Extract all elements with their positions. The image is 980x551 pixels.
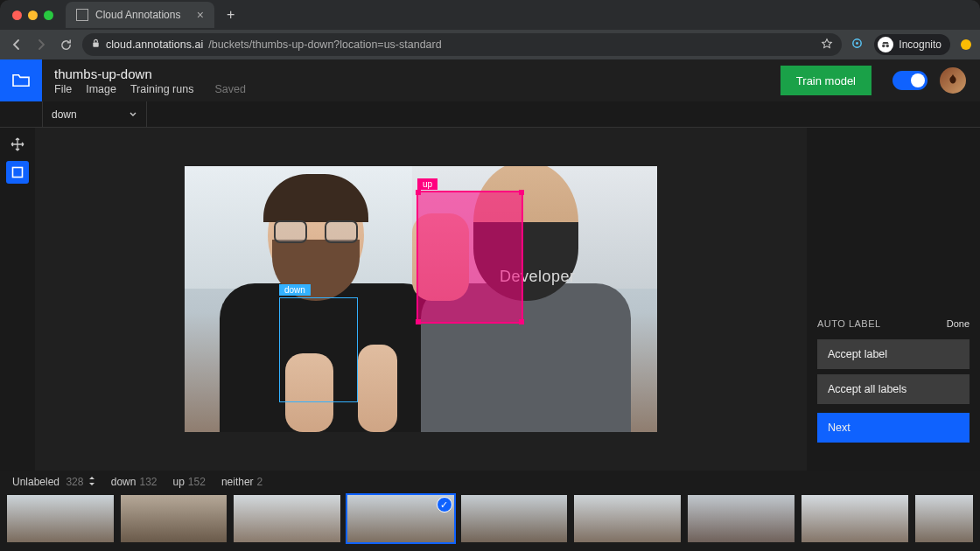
address-row: cloud.annotations.ai/buckets/thumbs-up-d… — [0, 30, 980, 59]
svg-point-2 — [856, 42, 858, 45]
extension-icon[interactable] — [850, 37, 864, 52]
user-avatar[interactable] — [940, 67, 966, 94]
bbox-down[interactable]: down — [279, 297, 358, 402]
profile-avatar-icon[interactable] — [961, 39, 971, 50]
minimize-window-icon[interactable] — [28, 10, 38, 20]
thumbnail[interactable] — [574, 495, 681, 542]
back-button[interactable] — [9, 38, 24, 52]
tab-favicon-icon — [76, 9, 88, 21]
filter-up[interactable]: up152 — [172, 476, 205, 488]
tab-bar: Cloud Annotations × + — [0, 0, 980, 30]
sort-icon — [88, 476, 95, 488]
close-tab-icon[interactable]: × — [197, 8, 204, 22]
next-button[interactable]: Next — [817, 413, 970, 443]
thumbnail[interactable] — [802, 495, 908, 542]
incognito-icon — [878, 37, 893, 52]
autolabel-panel: AUTO LABEL Done Accept label Accept all … — [807, 128, 980, 471]
label-row: down — [0, 101, 980, 128]
tool-rail — [0, 128, 35, 471]
reload-button[interactable] — [58, 38, 74, 52]
box-tool[interactable] — [6, 161, 29, 184]
autolabel-toggle[interactable] — [892, 71, 928, 90]
chevron-down-icon — [129, 108, 137, 121]
bbox-up-label: up — [417, 178, 438, 190]
menu-image[interactable]: Image — [86, 83, 116, 95]
menu-file[interactable]: File — [54, 83, 72, 95]
footer: Unlabeled 328 down132 up152 neither2 ✓ — [0, 471, 980, 551]
browser-tab[interactable]: Cloud Annotations × — [66, 2, 214, 28]
filter-row: Unlabeled 328 down132 up152 neither2 — [0, 471, 980, 493]
bbox-up[interactable]: up — [416, 191, 523, 324]
browser-chrome: Cloud Annotations × + cloud.annotations.… — [0, 0, 980, 59]
url-host: cloud.annotations.ai — [106, 38, 203, 51]
tab-title: Cloud Annotations — [95, 9, 180, 21]
thumbnail[interactable] — [7, 495, 114, 542]
label-dropdown[interactable]: down — [42, 101, 147, 128]
thumbnail[interactable] — [915, 495, 974, 542]
thumbnail-strip[interactable]: ✓ — [0, 493, 980, 544]
bookmark-star-icon[interactable] — [821, 38, 833, 52]
check-icon: ✓ — [437, 497, 452, 513]
app-header: thumbs-up-down File Image Training runs … — [0, 59, 980, 101]
autolabel-status: Done — [947, 318, 970, 329]
url-path: /buckets/thumbs-up-down?location=us-stan… — [208, 38, 441, 51]
page-title: thumbs-up-down — [54, 66, 246, 81]
svg-rect-5 — [13, 168, 23, 178]
thumbnail-selected[interactable]: ✓ — [347, 495, 454, 542]
window-controls — [7, 10, 59, 20]
save-status: Saved — [214, 83, 245, 95]
svg-point-3 — [882, 45, 885, 47]
move-tool[interactable] — [6, 133, 29, 156]
canvas[interactable]: Developer down up — [35, 128, 807, 471]
close-window-icon[interactable] — [12, 10, 22, 20]
bbox-down-label: down — [279, 284, 311, 296]
new-tab-button[interactable]: + — [221, 7, 240, 23]
image-preview: Developer down up — [185, 166, 657, 432]
filter-unlabeled[interactable]: Unlabeled 328 — [12, 476, 95, 488]
svg-point-4 — [886, 45, 889, 47]
forward-button[interactable] — [33, 38, 49, 52]
accept-all-labels-button[interactable]: Accept all labels — [817, 374, 970, 404]
address-bar[interactable]: cloud.annotations.ai/buckets/thumbs-up-d… — [82, 33, 842, 56]
maximize-window-icon[interactable] — [44, 10, 53, 20]
label-dropdown-value: down — [52, 108, 77, 121]
incognito-label: Incognito — [899, 38, 942, 51]
lock-icon — [91, 38, 101, 51]
thumbnail[interactable] — [461, 495, 568, 542]
bucket-icon[interactable] — [0, 59, 42, 101]
filter-down[interactable]: down132 — [111, 476, 158, 488]
menu-training-runs[interactable]: Training runs — [130, 83, 194, 95]
autolabel-title: AUTO LABEL — [817, 318, 881, 329]
thumbnail[interactable] — [121, 495, 228, 542]
accept-label-button[interactable]: Accept label — [817, 339, 970, 369]
filter-neither[interactable]: neither2 — [221, 476, 262, 488]
incognito-badge[interactable]: Incognito — [874, 34, 950, 55]
thumbnail[interactable] — [688, 495, 794, 542]
train-model-button[interactable]: Train model — [780, 66, 872, 95]
main-area: Developer down up AUTO LABEL Done Accept… — [0, 128, 980, 471]
thumbnail[interactable] — [234, 495, 340, 542]
svg-rect-0 — [93, 43, 98, 47]
